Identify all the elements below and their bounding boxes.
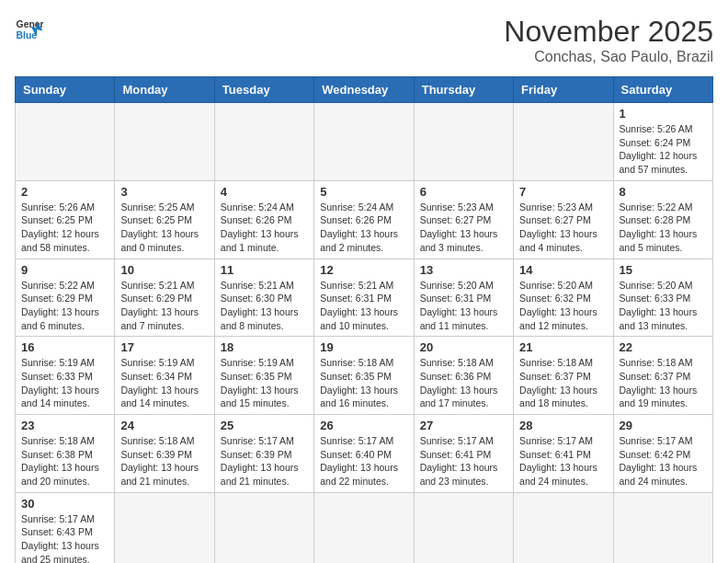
day-info-17: Sunrise: 5:19 AMSunset: 6:34 PMDaylight:… [120, 356, 208, 410]
day-info-22: Sunrise: 5:18 AMSunset: 6:37 PMDaylight:… [620, 356, 707, 410]
week-row-5: 23Sunrise: 5:18 AMSunset: 6:38 PMDayligh… [16, 415, 713, 493]
day-info-13: Sunrise: 5:20 AMSunset: 6:31 PMDaylight:… [420, 279, 507, 333]
empty-cell [214, 492, 313, 563]
day-cell-18: 18Sunrise: 5:19 AMSunset: 6:35 PMDayligh… [214, 337, 313, 415]
day-info-21: Sunrise: 5:18 AMSunset: 6:37 PMDaylight:… [519, 356, 607, 410]
day-info-10: Sunrise: 5:21 AMSunset: 6:29 PMDaylight:… [120, 279, 208, 333]
empty-cell [115, 492, 214, 563]
empty-cell [314, 103, 414, 181]
empty-cell [214, 103, 313, 181]
calendar: Sunday Monday Tuesday Wednesday Thursday… [15, 76, 713, 563]
day-cell-25: 25Sunrise: 5:17 AMSunset: 6:39 PMDayligh… [214, 415, 313, 493]
day-cell-15: 15Sunrise: 5:20 AMSunset: 6:33 PMDayligh… [613, 259, 712, 337]
day-number-3: 3 [120, 185, 208, 199]
header-wednesday: Wednesday [314, 77, 414, 103]
day-number-9: 9 [21, 263, 108, 277]
day-cell-21: 21Sunrise: 5:18 AMSunset: 6:37 PMDayligh… [514, 337, 613, 415]
empty-cell [16, 103, 115, 181]
day-cell-20: 20Sunrise: 5:18 AMSunset: 6:36 PMDayligh… [414, 337, 513, 415]
day-cell-9: 9Sunrise: 5:22 AMSunset: 6:29 PMDaylight… [16, 259, 115, 337]
day-cell-14: 14Sunrise: 5:20 AMSunset: 6:32 PMDayligh… [514, 259, 613, 337]
day-info-9: Sunrise: 5:22 AMSunset: 6:29 PMDaylight:… [21, 279, 108, 333]
day-number-22: 22 [620, 340, 707, 354]
day-number-8: 8 [620, 185, 707, 199]
day-number-17: 17 [120, 340, 208, 354]
day-number-6: 6 [420, 185, 507, 199]
day-info-30: Sunrise: 5:17 AMSunset: 6:43 PMDaylight:… [21, 512, 108, 563]
day-info-11: Sunrise: 5:21 AMSunset: 6:30 PMDaylight:… [221, 279, 308, 333]
week-row-6: 30Sunrise: 5:17 AMSunset: 6:43 PMDayligh… [16, 492, 713, 563]
day-number-20: 20 [420, 340, 507, 354]
empty-cell [414, 103, 513, 181]
day-number-27: 27 [420, 419, 507, 432]
day-cell-24: 24Sunrise: 5:18 AMSunset: 6:39 PMDayligh… [115, 415, 214, 493]
day-cell-7: 7Sunrise: 5:23 AMSunset: 6:27 PMDaylight… [514, 180, 613, 259]
day-info-28: Sunrise: 5:17 AMSunset: 6:41 PMDaylight:… [519, 434, 607, 488]
day-info-14: Sunrise: 5:20 AMSunset: 6:32 PMDaylight:… [519, 279, 607, 333]
header-friday: Friday [514, 77, 613, 103]
day-cell-12: 12Sunrise: 5:21 AMSunset: 6:31 PMDayligh… [314, 259, 414, 337]
title-area: November 2025 Conchas, Sao Paulo, Brazil [504, 15, 713, 65]
day-info-27: Sunrise: 5:17 AMSunset: 6:41 PMDaylight:… [420, 434, 507, 488]
day-number-30: 30 [21, 497, 108, 511]
day-info-4: Sunrise: 5:24 AMSunset: 6:26 PMDaylight:… [221, 201, 308, 255]
day-info-6: Sunrise: 5:23 AMSunset: 6:27 PMDaylight:… [420, 201, 507, 255]
day-number-28: 28 [519, 419, 607, 432]
day-number-2: 2 [21, 185, 108, 199]
weekday-header-row: Sunday Monday Tuesday Wednesday Thursday… [16, 77, 713, 103]
day-number-1: 1 [620, 107, 707, 121]
day-number-16: 16 [21, 340, 108, 354]
day-info-26: Sunrise: 5:17 AMSunset: 6:40 PMDaylight:… [320, 434, 407, 488]
day-number-14: 14 [519, 263, 607, 277]
day-info-12: Sunrise: 5:21 AMSunset: 6:31 PMDaylight:… [320, 279, 407, 333]
day-info-2: Sunrise: 5:26 AMSunset: 6:25 PMDaylight:… [21, 201, 108, 255]
day-info-18: Sunrise: 5:19 AMSunset: 6:35 PMDaylight:… [221, 356, 308, 410]
week-row-2: 2Sunrise: 5:26 AMSunset: 6:25 PMDaylight… [16, 180, 713, 259]
day-number-11: 11 [221, 263, 308, 277]
day-number-19: 19 [320, 340, 407, 354]
day-number-21: 21 [519, 340, 607, 354]
day-info-23: Sunrise: 5:18 AMSunset: 6:38 PMDaylight:… [21, 434, 108, 488]
location-title: Conchas, Sao Paulo, Brazil [504, 49, 713, 65]
day-info-1: Sunrise: 5:26 AMSunset: 6:24 PMDaylight:… [620, 122, 707, 177]
header-thursday: Thursday [414, 77, 513, 103]
day-number-10: 10 [120, 263, 208, 277]
day-number-26: 26 [320, 419, 407, 432]
day-cell-17: 17Sunrise: 5:19 AMSunset: 6:34 PMDayligh… [115, 337, 214, 415]
day-info-15: Sunrise: 5:20 AMSunset: 6:33 PMDaylight:… [620, 279, 707, 333]
day-number-5: 5 [320, 185, 407, 199]
day-cell-22: 22Sunrise: 5:18 AMSunset: 6:37 PMDayligh… [613, 337, 712, 415]
empty-cell [613, 492, 712, 563]
day-cell-26: 26Sunrise: 5:17 AMSunset: 6:40 PMDayligh… [314, 415, 414, 493]
day-number-15: 15 [620, 263, 707, 277]
week-row-4: 16Sunrise: 5:19 AMSunset: 6:33 PMDayligh… [16, 337, 713, 415]
header: General Blue November 2025 Conchas, Sao … [15, 15, 713, 65]
empty-cell [414, 492, 513, 563]
day-info-19: Sunrise: 5:18 AMSunset: 6:35 PMDaylight:… [320, 356, 407, 410]
day-info-29: Sunrise: 5:17 AMSunset: 6:42 PMDaylight:… [620, 434, 707, 488]
empty-cell [314, 492, 414, 563]
day-cell-3: 3Sunrise: 5:25 AMSunset: 6:25 PMDaylight… [115, 180, 214, 259]
logo: General Blue [15, 15, 44, 44]
header-sunday: Sunday [16, 77, 115, 103]
day-cell-23: 23Sunrise: 5:18 AMSunset: 6:38 PMDayligh… [16, 415, 115, 493]
day-info-7: Sunrise: 5:23 AMSunset: 6:27 PMDaylight:… [519, 201, 607, 255]
day-number-7: 7 [519, 185, 607, 199]
day-info-5: Sunrise: 5:24 AMSunset: 6:26 PMDaylight:… [320, 201, 407, 255]
day-number-24: 24 [120, 419, 208, 432]
month-title: November 2025 [504, 15, 713, 49]
day-number-23: 23 [21, 419, 108, 432]
day-cell-1: 1Sunrise: 5:26 AMSunset: 6:24 PMDaylight… [613, 103, 712, 181]
day-number-13: 13 [420, 263, 507, 277]
day-cell-6: 6Sunrise: 5:23 AMSunset: 6:27 PMDaylight… [414, 180, 513, 259]
day-cell-2: 2Sunrise: 5:26 AMSunset: 6:25 PMDaylight… [16, 180, 115, 259]
week-row-3: 9Sunrise: 5:22 AMSunset: 6:29 PMDaylight… [16, 259, 713, 337]
day-cell-5: 5Sunrise: 5:24 AMSunset: 6:26 PMDaylight… [314, 180, 414, 259]
day-info-8: Sunrise: 5:22 AMSunset: 6:28 PMDaylight:… [620, 201, 707, 255]
day-info-20: Sunrise: 5:18 AMSunset: 6:36 PMDaylight:… [420, 356, 507, 410]
day-cell-4: 4Sunrise: 5:24 AMSunset: 6:26 PMDaylight… [214, 180, 313, 259]
day-number-12: 12 [320, 263, 407, 277]
day-cell-19: 19Sunrise: 5:18 AMSunset: 6:35 PMDayligh… [314, 337, 414, 415]
logo-icon: General Blue [15, 15, 44, 44]
day-cell-28: 28Sunrise: 5:17 AMSunset: 6:41 PMDayligh… [514, 415, 613, 493]
